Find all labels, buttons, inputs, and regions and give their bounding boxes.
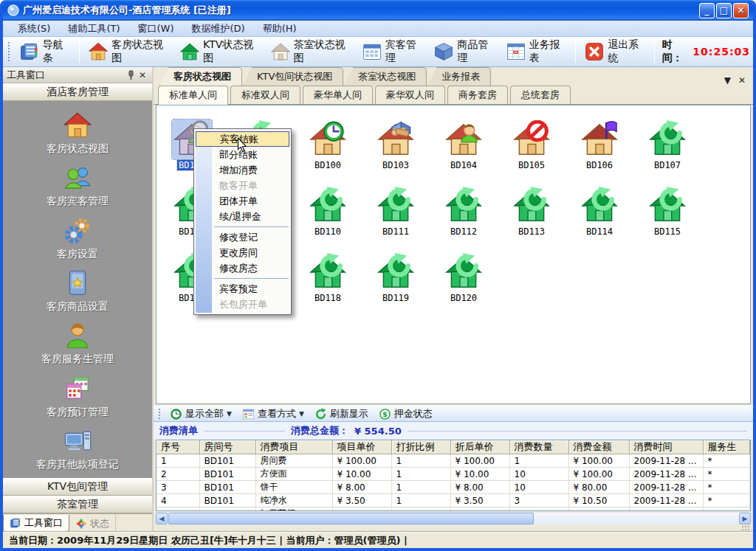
goods-icon xyxy=(433,41,454,62)
sidebar-item-gears[interactable]: 客房设置 xyxy=(3,212,152,265)
minimize-button[interactable]: _ xyxy=(699,3,715,18)
room-BD111[interactable]: BD111 xyxy=(362,173,430,240)
room-BD110[interactable]: BD110 xyxy=(294,173,362,240)
toolbar-grip[interactable] xyxy=(158,408,162,420)
column-header[interactable]: 服务生 xyxy=(703,440,750,454)
menu-item[interactable]: 数据维护(D) xyxy=(183,21,254,36)
sidebar-group-tea[interactable]: 茶室管理 xyxy=(3,496,152,513)
context-menu-item[interactable]: 续/退押金 xyxy=(195,209,290,224)
column-header[interactable]: 消费项目 xyxy=(255,440,332,454)
scroll-left-icon[interactable]: ◀ xyxy=(156,513,168,524)
sidebar-group-hotel-rooms[interactable]: 酒店客房管理 xyxy=(3,83,152,101)
context-menu-item[interactable]: 修改登记 xyxy=(195,229,290,245)
tab-room-type[interactable]: 标准双人间 xyxy=(230,86,300,104)
room-BD100[interactable]: BD100 xyxy=(294,107,362,173)
tab-document[interactable]: KTV包间状态视图 xyxy=(243,67,343,86)
context-menu-item[interactable]: 增加消费 xyxy=(195,162,290,178)
column-header[interactable]: 消费时间 xyxy=(629,440,703,454)
sidebar-item-house-red[interactable]: 客房状态视图 xyxy=(3,107,152,159)
lower-toolbar-button-viewmode[interactable]: 查看方式▼ xyxy=(237,406,309,421)
consumption-total-value: ¥ 554.50 xyxy=(354,426,402,437)
lower-toolbar-button-dollar[interactable]: $押金状态 xyxy=(374,406,438,421)
close-tab-icon[interactable]: ✕ xyxy=(738,75,746,86)
room-BD107[interactable]: BD107 xyxy=(633,107,701,173)
column-header[interactable]: 房间号 xyxy=(199,440,255,454)
sidebar-tab-navigator[interactable]: 工具窗口 xyxy=(3,515,69,532)
menu-item[interactable]: 窗口(W) xyxy=(129,21,183,36)
toolbar-button-house-red[interactable]: 客房状态视图 xyxy=(83,39,174,64)
room-BD105[interactable]: BD105 xyxy=(498,107,566,173)
column-header[interactable]: 打折比例 xyxy=(391,440,450,454)
menu-item[interactable]: 帮助(H) xyxy=(254,21,306,36)
pin-icon[interactable] xyxy=(125,69,137,81)
room-BD114[interactable]: BD114 xyxy=(566,173,633,240)
toolbar-button-calendar[interactable]: 宾客管理 xyxy=(357,39,429,64)
status-bar-text: 当前日期：2009年11月29日星期日 农历己丑[牛]年十月十三 | 当前用户：… xyxy=(9,534,408,547)
maximize-button[interactable]: □ xyxy=(716,3,732,18)
dropdown-caret-icon[interactable]: ▼ xyxy=(227,410,232,417)
dropdown-caret-icon[interactable]: ▼ xyxy=(299,410,304,417)
sidebar-item-list: 客房状态视图客房宾客管理客房设置客房商品设置客房服务生管理客房预订管理客房其他款… xyxy=(3,101,152,478)
toolbar-button-navigator[interactable]: 导航条 xyxy=(14,39,76,64)
scroll-right-icon[interactable]: ▶ xyxy=(739,513,751,524)
toolbar-button-house-green[interactable]: KTV状态视图 xyxy=(174,39,264,64)
toolbar-button-exit[interactable]: 退出系统 xyxy=(579,39,651,64)
room-status-icon xyxy=(308,119,348,159)
room-BD118[interactable]: BD118 xyxy=(294,240,362,306)
room-BD113[interactable]: BD113 xyxy=(498,173,566,240)
toolbar-button-goods[interactable]: 商品管理 xyxy=(428,39,501,64)
tab-room-type[interactable]: 总统套房 xyxy=(510,86,571,104)
time-label: 时间： xyxy=(662,38,689,65)
room-BD103[interactable]: BD103 xyxy=(362,107,430,173)
scrollbar-track[interactable] xyxy=(168,513,739,524)
sidebar-item-calendars[interactable]: 客房预订管理 xyxy=(3,370,152,422)
lower-toolbar-button-refresh[interactable]: 刷新显示 xyxy=(309,406,374,421)
scrollbar-thumb[interactable] xyxy=(168,513,534,524)
context-menu-item[interactable]: 团体开单 xyxy=(195,193,290,209)
column-header[interactable]: 消费数量 xyxy=(509,440,568,454)
room-BD120[interactable]: BD120 xyxy=(430,240,498,306)
table-row[interactable]: 2BD101方便面¥ 10.001¥ 10.0010¥ 100.002009-1… xyxy=(157,468,750,481)
sidebar-item-computer[interactable]: 客房其他款项登记 xyxy=(3,423,152,475)
context-menu-item[interactable]: 宾客预定 xyxy=(195,281,290,297)
column-header[interactable]: 折后单价 xyxy=(450,440,509,454)
resize-grip[interactable] xyxy=(741,525,750,531)
close-icon[interactable]: ✕ xyxy=(137,69,148,81)
column-header[interactable]: 序号 xyxy=(157,440,199,454)
room-BD106[interactable]: BD106 xyxy=(566,107,633,173)
toolbar-button-report[interactable]: 业务报表 xyxy=(501,39,573,64)
tab-room-type[interactable]: 豪华单人间 xyxy=(303,86,373,104)
sidebar-item-people[interactable]: 客房宾客管理 xyxy=(3,159,152,212)
column-header[interactable]: 消费金额 xyxy=(568,440,629,454)
tab-room-type[interactable]: 豪华双人间 xyxy=(375,86,445,104)
horizontal-scrollbar[interactable]: ◀ ▶ xyxy=(156,513,751,524)
sidebar-group-ktv[interactable]: KTV包间管理 xyxy=(3,478,152,496)
table-row[interactable]: 4BD101纯净水¥ 3.501¥ 3.503¥ 10.502009-11-28… xyxy=(157,494,750,507)
table-row[interactable]: 1BD101房间费¥ 100.001¥ 100.001¥ 100.002009-… xyxy=(157,454,750,468)
tab-room-type[interactable]: 商务套房 xyxy=(447,86,508,104)
chevron-down-icon[interactable]: ▼ xyxy=(724,75,731,86)
table-row[interactable]: 5BD101红葡萄酒¥ 88.001¥ 88.003¥ 264.002009-1… xyxy=(157,507,750,512)
column-header[interactable]: 项目单价 xyxy=(332,440,391,454)
tab-document[interactable]: 业务报表 xyxy=(427,67,491,86)
sidebar-item-waiter[interactable]: 客房服务生管理 xyxy=(3,317,152,370)
title-bar[interactable]: 广州爱启迪技术有限公司-酒店管理系统 [已注册] _ □ ✕ xyxy=(3,0,753,21)
tab-document[interactable]: 茶室状态视图 xyxy=(344,67,427,86)
menu-item[interactable]: 辅助工具(T) xyxy=(59,21,128,36)
room-BD115[interactable]: BD115 xyxy=(633,173,701,240)
context-menu-item[interactable]: 更改房间 xyxy=(195,245,290,260)
room-BD104[interactable]: BD104 xyxy=(430,107,498,173)
sidebar-item-device[interactable]: 客房商品设置 xyxy=(3,265,152,317)
table-row[interactable]: 3BD101饼干¥ 8.001¥ 8.0010¥ 80.002009-11-28… xyxy=(157,481,750,494)
toolbar-button-house-white[interactable]: 茶室状态视图 xyxy=(265,39,357,64)
toolbar-grip[interactable] xyxy=(7,41,11,62)
lower-toolbar-button-clock[interactable]: 显示全部▼ xyxy=(165,406,237,421)
context-menu-item[interactable]: 修改房态 xyxy=(195,260,290,276)
close-button[interactable]: ✕ xyxy=(733,3,749,18)
room-BD119[interactable]: BD119 xyxy=(362,240,430,306)
tab-active-document[interactable]: 客房状态视图 xyxy=(159,67,242,86)
sidebar-tab-pinwheel[interactable]: 状态 xyxy=(69,515,116,532)
tab-room-type[interactable]: 标准单人间 xyxy=(158,86,228,105)
room-BD112[interactable]: BD112 xyxy=(430,173,498,240)
menu-item[interactable]: 系统(S) xyxy=(9,21,59,36)
